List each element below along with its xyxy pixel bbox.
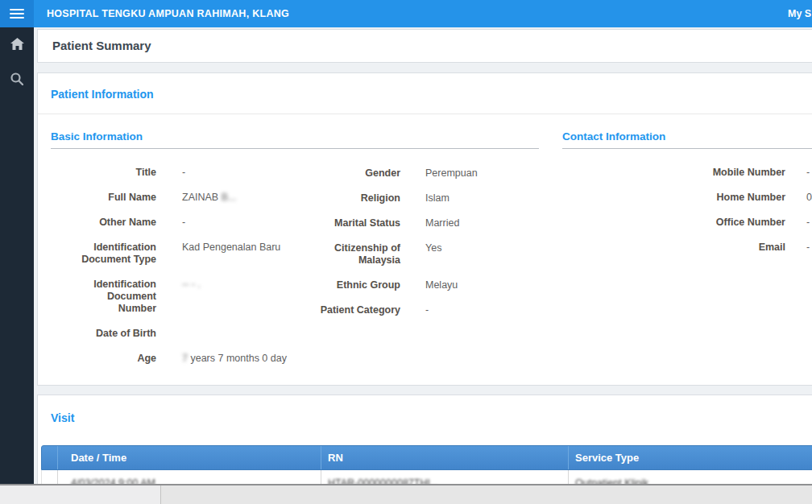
- field-value: -- - .: [156, 279, 201, 315]
- field-row-mobile-number: Mobile Number -: [562, 167, 812, 179]
- field-label: Identification Document Number: [51, 279, 156, 315]
- field-value: Melayu: [400, 279, 458, 291]
- field-value: -: [400, 304, 429, 316]
- field-row-home-number: Home Number 0: [562, 192, 812, 204]
- column-header-rn[interactable]: RN: [321, 446, 569, 469]
- field-row-date-of-birth: Date of Birth: [51, 328, 539, 340]
- visit-table: Date / Time RN Service Type 4/03/2024 9:…: [41, 445, 812, 484]
- field-label: Identification Document Type: [51, 242, 156, 266]
- field-value: -: [156, 217, 185, 229]
- visit-card: Visit Date / Time RN Service Type 4/03/2…: [37, 395, 812, 484]
- redacted-text: B...: [222, 192, 237, 203]
- row-select-cell: [42, 470, 58, 484]
- field-label: Gender: [307, 167, 400, 180]
- home-icon: [10, 38, 24, 53]
- field-label: Citizenship of Malaysia: [307, 242, 400, 266]
- top-navbar: HOSPITAL TENGKU AMPUAN RAHIMAH, KLANG My…: [0, 0, 812, 27]
- visit-table-header: Date / Time RN Service Type: [41, 445, 812, 470]
- field-value: [156, 328, 182, 340]
- field-row-religion: Religion Islam: [307, 192, 532, 204]
- field-value: -: [785, 167, 810, 179]
- field-label: Date of Birth: [51, 328, 156, 340]
- sidebar: [0, 27, 34, 484]
- field-label: Patient Category: [307, 304, 400, 316]
- redacted-text: -- - .: [182, 279, 201, 290]
- field-value: -: [785, 217, 810, 229]
- main-content: Patient Summary Patient Information Basi…: [34, 27, 812, 484]
- sidebar-item-home[interactable]: [0, 27, 34, 63]
- field-value: Islam: [400, 192, 450, 204]
- basic-information-heading: Basic Information: [51, 130, 539, 149]
- field-value: Kad Pengenalan Baru: [156, 242, 280, 266]
- contact-information-heading: Contact Information: [562, 130, 812, 149]
- field-value: Perempuan: [400, 167, 478, 180]
- field-label: Age: [51, 353, 156, 365]
- field-row-ethnic-group: Ethnic Group Melayu: [307, 279, 532, 291]
- strip-divider: [160, 485, 161, 504]
- redacted-text: 7: [182, 353, 188, 364]
- section-divider: [38, 114, 812, 114]
- field-value: -: [156, 167, 185, 179]
- demographics-column: Gender Perempuan Religion Islam Marital …: [307, 167, 532, 329]
- field-row-patient-category: Patient Category -: [307, 304, 532, 316]
- contact-information-column: Contact Information Mobile Number - Home…: [562, 130, 812, 266]
- visit-heading: Visit: [51, 411, 74, 424]
- field-label: Full Name: [51, 192, 156, 204]
- table-row[interactable]: 4/03/2024 9:00 AM HTAR-0000000087THI... …: [41, 470, 812, 484]
- field-value: ZAINAB B...: [156, 192, 236, 204]
- field-value: Married: [400, 217, 459, 229]
- field-row-age: Age 7 years 7 months 0 day: [51, 353, 539, 365]
- field-label: Office Number: [562, 217, 785, 229]
- menu-toggle-button[interactable]: [0, 0, 34, 27]
- field-label: Marital Status: [307, 217, 400, 229]
- column-header-service-type[interactable]: Service Type: [569, 446, 812, 469]
- field-value: -: [785, 242, 810, 254]
- field-row-citizenship: Citizenship of Malaysia Yes: [307, 242, 532, 266]
- search-icon: [10, 72, 23, 89]
- patient-information-card: Patient Information Basic Information Ti…: [37, 72, 812, 386]
- select-column-header[interactable]: [42, 446, 58, 469]
- row-rn-cell: HTAR-0000000087THI...: [321, 470, 569, 484]
- field-label: Other Name: [51, 217, 156, 229]
- field-label: Mobile Number: [562, 167, 785, 179]
- field-label: Email: [562, 242, 785, 254]
- my-settings-link[interactable]: My S: [788, 0, 811, 27]
- field-row-gender: Gender Perempuan: [307, 167, 532, 180]
- field-label: Title: [51, 167, 156, 179]
- app-title: HOSPITAL TENGKU AMPUAN RAHIMAH, KLANG: [47, 0, 289, 27]
- row-date-time-cell: 4/03/2024 9:00 AM: [58, 470, 321, 484]
- field-label: Ethnic Group: [307, 279, 400, 291]
- page-title-card: Patient Summary: [37, 29, 812, 63]
- field-row-office-number: Office Number -: [562, 217, 812, 229]
- page-title: Patient Summary: [52, 39, 812, 52]
- column-header-date-time[interactable]: Date / Time: [58, 446, 321, 469]
- patient-information-heading: Patient Information: [51, 88, 154, 101]
- field-label: Home Number: [562, 192, 785, 204]
- bottom-edge-strip: [0, 484, 812, 504]
- strip-left-segment: [0, 485, 160, 504]
- field-value: 0: [785, 192, 812, 204]
- field-label: Religion: [307, 192, 400, 204]
- field-row-marital-status: Marital Status Married: [307, 217, 532, 229]
- field-row-email: Email -: [562, 242, 812, 254]
- field-value: Yes: [400, 242, 441, 266]
- row-service-type-cell: Outpatient Klinik: [569, 470, 812, 484]
- field-value: 7 years 7 months 0 day: [156, 353, 287, 365]
- sidebar-item-search[interactable]: [0, 63, 34, 98]
